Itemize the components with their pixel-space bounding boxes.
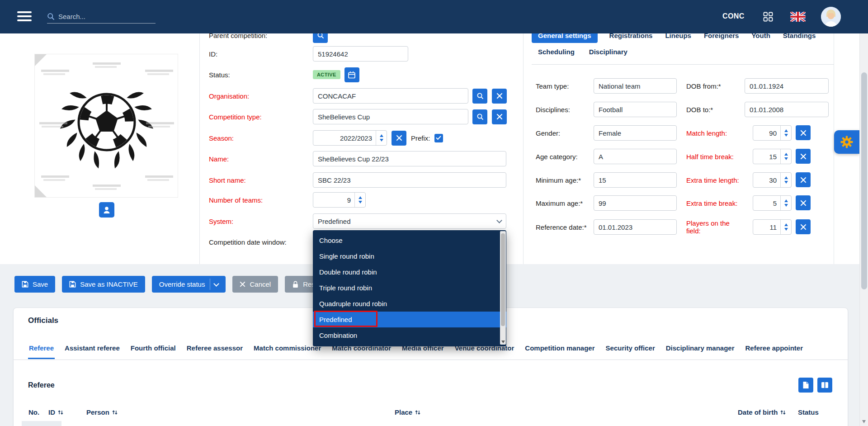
- option-predefined[interactable]: Predefined: [313, 312, 506, 327]
- id-value: 51924642: [318, 50, 403, 58]
- table-row[interactable]: [22, 421, 61, 426]
- scroll-down-arrow-icon[interactable]: [862, 420, 866, 423]
- settings-gear-button[interactable]: [834, 130, 859, 154]
- name-input[interactable]: SheBelieves Cup 22/23: [313, 151, 506, 166]
- half-time-break-stepper[interactable]: [780, 149, 791, 164]
- team-type-input[interactable]: National team: [594, 78, 677, 94]
- half-time-break-input[interactable]: 15: [753, 149, 792, 164]
- competition-type-input[interactable]: SheBelieves Cup: [313, 109, 468, 124]
- form-actions: Save Save as INACTIVE Override status Ca…: [14, 276, 328, 293]
- option-triple-round-robin[interactable]: Triple round robin: [313, 280, 506, 296]
- tab-disciplinary[interactable]: Disciplinary: [589, 48, 627, 56]
- number-of-teams-input[interactable]: 9: [313, 192, 366, 208]
- column-place[interactable]: Place: [395, 408, 420, 416]
- extra-time-length-clear-button[interactable]: [796, 172, 811, 187]
- cancel-button[interactable]: Cancel: [232, 276, 278, 293]
- minimum-age-input[interactable]: 15: [594, 172, 677, 188]
- apps-grid-icon[interactable]: [763, 12, 773, 22]
- organisation-input[interactable]: CONCACAF: [313, 88, 468, 104]
- tab-scheduling[interactable]: Scheduling: [538, 48, 575, 56]
- extra-time-break-group: 5: [753, 195, 834, 211]
- half-time-break-clear-button[interactable]: [796, 149, 811, 164]
- hamburger-menu-button[interactable]: [17, 11, 32, 22]
- season-clear-button[interactable]: [392, 131, 406, 146]
- form-row-competition-type: Competition type: SheBelieves Cup: [209, 109, 507, 124]
- extra-time-length-input[interactable]: 30: [753, 172, 792, 188]
- dob-from-input[interactable]: 01.01.1924: [745, 78, 829, 94]
- assign-person-button[interactable]: [99, 202, 114, 218]
- tab-security-officer[interactable]: Security officer: [605, 344, 656, 359]
- scroll-down-arrow-icon[interactable]: [501, 341, 505, 343]
- tab-fourth-official[interactable]: Fourth official: [130, 344, 177, 359]
- competition-type-clear-button[interactable]: [492, 109, 507, 124]
- dropdown-scrollbar[interactable]: [500, 231, 506, 345]
- extra-time-break-clear-button[interactable]: [796, 195, 811, 210]
- organisation-clear-button[interactable]: [492, 89, 507, 104]
- column-person[interactable]: Person: [86, 408, 118, 416]
- option-choose[interactable]: Choose: [313, 232, 506, 248]
- organisation-search-button[interactable]: [472, 89, 487, 104]
- column-id[interactable]: ID: [48, 408, 63, 416]
- language-uk-flag-icon[interactable]: [790, 12, 806, 22]
- option-combination[interactable]: Combination: [313, 327, 506, 343]
- tab-match-commissioner[interactable]: Match commissioner: [253, 344, 322, 359]
- season-stepper[interactable]: [376, 131, 387, 145]
- age-category-label: Age category:: [536, 148, 588, 165]
- override-status-button[interactable]: Override status: [152, 276, 226, 293]
- dropdown-scrollbar-thumb[interactable]: [501, 233, 505, 326]
- teams-stepper[interactable]: [354, 193, 365, 207]
- dob-to-input[interactable]: 01.01.2008: [745, 102, 829, 117]
- option-single-round-robin[interactable]: Single round robin: [313, 248, 506, 264]
- extra-time-length-stepper[interactable]: [780, 173, 791, 187]
- players-on-field-input[interactable]: 11: [753, 219, 792, 235]
- columns-button[interactable]: [817, 378, 832, 393]
- half-time-break-label: Half time break:: [686, 148, 741, 165]
- extra-time-break-stepper[interactable]: [780, 196, 791, 210]
- column-date-of-birth[interactable]: Date of birth: [738, 408, 786, 416]
- tab-referee-appointer[interactable]: Referee appointer: [744, 344, 804, 359]
- extra-time-break-input[interactable]: 5: [753, 195, 792, 211]
- save-as-inactive-button[interactable]: Save as INACTIVE: [62, 276, 145, 293]
- form-row-date-window: Competition date window:: [209, 234, 313, 250]
- season-input[interactable]: 2022/2023: [313, 130, 387, 146]
- tab-competition-manager[interactable]: Competition manager: [524, 344, 595, 359]
- page-scrollbar[interactable]: [859, 0, 868, 426]
- players-on-field-group: 11: [753, 219, 834, 235]
- disciplines-input[interactable]: Football: [594, 102, 677, 117]
- players-on-field-stepper[interactable]: [780, 220, 791, 234]
- match-length-stepper[interactable]: [780, 126, 791, 140]
- gender-input[interactable]: Female: [594, 125, 677, 141]
- form-row-number-of-teams: Number of teams: 9: [209, 192, 366, 208]
- age-category-input[interactable]: A: [594, 149, 677, 164]
- match-length-input[interactable]: 90: [753, 125, 792, 141]
- global-search: [47, 10, 156, 24]
- option-quadruple-round-robin[interactable]: Quadruple round robin: [313, 296, 506, 312]
- reference-date-value: 01.01.2023: [599, 223, 672, 231]
- officials-tabs-divider: [14, 360, 848, 360]
- age-category-value: A: [599, 153, 672, 161]
- short-name-input[interactable]: SBC 22/23: [313, 172, 506, 188]
- tab-assistant-referee[interactable]: Assistant referee: [64, 344, 121, 359]
- prefix-checkbox[interactable]: [434, 134, 443, 142]
- competition-type-search-button[interactable]: [472, 109, 487, 124]
- watermark-corner: [35, 54, 47, 66]
- maximum-age-input[interactable]: 99: [594, 195, 677, 211]
- close-icon: [240, 281, 245, 287]
- tab-referee[interactable]: Referee: [28, 344, 55, 359]
- players-on-field-clear-button[interactable]: [796, 219, 811, 234]
- status-history-button[interactable]: [344, 67, 359, 82]
- export-button[interactable]: [798, 378, 813, 393]
- reference-date-input[interactable]: 01.01.2023: [594, 219, 677, 235]
- save-button[interactable]: Save: [14, 276, 55, 293]
- id-input[interactable]: 51924642: [313, 46, 408, 62]
- system-select[interactable]: Predefined: [313, 213, 506, 229]
- option-double-round-robin[interactable]: Double round robin: [313, 264, 506, 280]
- user-avatar[interactable]: [821, 7, 841, 27]
- tab-disciplinary-manager[interactable]: Disciplinary manager: [665, 344, 736, 359]
- team-type-value: National team: [599, 82, 672, 90]
- match-length-clear-button[interactable]: [796, 125, 811, 140]
- tab-referee-assessor[interactable]: Referee assessor: [186, 344, 244, 359]
- page-scrollbar-thumb[interactable]: [861, 72, 867, 289]
- status-badge: ACTIVE: [313, 70, 340, 79]
- search-input[interactable]: [58, 13, 144, 20]
